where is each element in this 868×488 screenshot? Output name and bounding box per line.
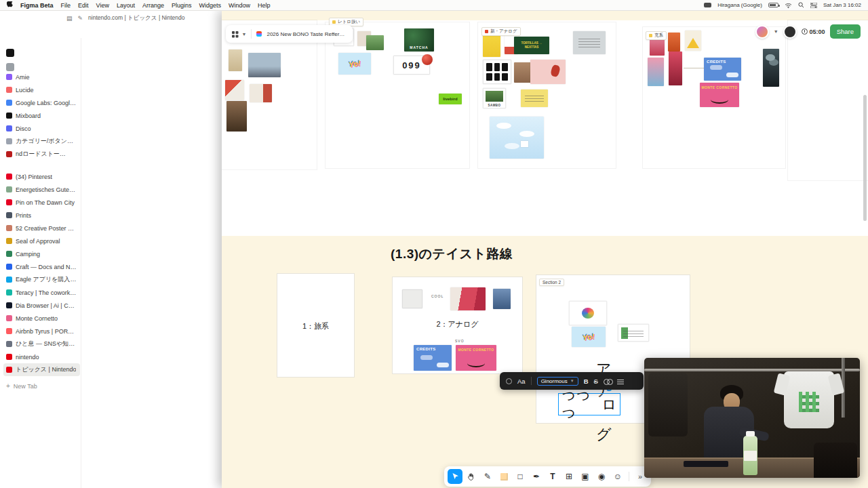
moodboard-image-triangle[interactable]: [685, 30, 701, 51]
menu-item[interactable]: View: [96, 2, 109, 9]
menu-item[interactable]: Window: [229, 2, 250, 9]
sidebar-tab[interactable]: 52 Creative Poster Des…: [3, 222, 80, 235]
compose-icon[interactable]: ✎: [78, 15, 83, 22]
menubar-clock[interactable]: Sat Jan 3 16:02: [823, 2, 861, 8]
control-center-icon[interactable]: [810, 3, 817, 8]
moodboard-image[interactable]: [402, 289, 422, 308]
sidebar-tab[interactable]: Dia Browser | Ai | Chat V…: [3, 299, 80, 312]
sidebar-tab[interactable]: Teracy | The coworking: [3, 286, 80, 299]
sidebar-tab[interactable]: Pin on The Dawn City: [3, 196, 80, 209]
sidebar-tab[interactable]: Camping: [3, 247, 80, 260]
canvas-scrollbar[interactable]: [863, 95, 867, 221]
sidebar-tab[interactable]: Google Labs: Google's: [3, 96, 80, 109]
sidebar-tab[interactable]: (34) Pinterest: [3, 170, 80, 183]
active-app-name[interactable]: Figma Beta: [20, 2, 54, 9]
link-icon[interactable]: [604, 379, 612, 384]
moodboard-image-banana[interactable]: [483, 33, 500, 57]
emoji-tool[interactable]: ☺: [610, 469, 625, 484]
moodboard-image-red-ball[interactable]: [422, 54, 433, 65]
canvas-heading[interactable]: (1.3)のテイスト路線: [391, 245, 513, 263]
marker-tool[interactable]: ✎: [480, 469, 495, 484]
sidebar-toggle-icon[interactable]: ▤: [66, 15, 73, 22]
moodboard-image[interactable]: [229, 49, 242, 71]
share-button[interactable]: Share: [830, 24, 861, 39]
moodboard-image-green-card[interactable]: [618, 324, 649, 342]
font-size-button[interactable]: Aa: [517, 378, 526, 385]
shape-tool[interactable]: □: [513, 469, 528, 484]
collaborator-avatar[interactable]: [755, 25, 769, 39]
chevron-down-icon[interactable]: ▼: [242, 32, 247, 37]
menu-item[interactable]: Help: [258, 2, 271, 9]
sidebar-tab[interactable]: Disco: [3, 122, 80, 135]
sidebar-tab[interactable]: nintendo: [3, 350, 80, 363]
sidebar-tab[interactable]: トピックス | Nintendo: [3, 363, 80, 376]
move-tool[interactable]: [448, 469, 462, 484]
moodboard-image[interactable]: [669, 52, 682, 85]
menu-item[interactable]: Plugins: [172, 2, 192, 9]
taste-card-travel[interactable]: 1：旅系: [277, 273, 355, 378]
hand-tool[interactable]: [464, 469, 479, 484]
vertical-text-char[interactable]: グ: [596, 424, 612, 445]
webcam-overlay[interactable]: [644, 358, 860, 478]
moodboard-image-yo-sticker[interactable]: Yo!: [572, 327, 606, 347]
menu-item[interactable]: Layout: [117, 2, 135, 9]
sidebar-tab[interactable]: ndロードストー…: [3, 148, 80, 161]
pinned-favicon[interactable]: [6, 49, 14, 57]
battery-icon[interactable]: [768, 3, 778, 7]
menu-item[interactable]: Edit: [78, 2, 89, 9]
moodboard-image-tortillas[interactable]: TORTILLAS ↔ NEXTTAS: [514, 37, 549, 54]
moodboard-image-yo-sticker[interactable]: Yo!: [338, 53, 371, 75]
moodboard-image[interactable]: [225, 80, 244, 100]
moodboard-image-dark-cloud[interactable]: [763, 49, 779, 87]
moodboard-image-livebird[interactable]: livebird: [439, 94, 462, 104]
frame-chip-analog[interactable]: 新・アナログ: [481, 27, 521, 36]
menu-item[interactable]: File: [61, 2, 71, 9]
moodboard-image-credits[interactable]: CREDITS: [414, 345, 452, 371]
moodboard-image-matcha[interactable]: MATCHA: [404, 28, 434, 52]
moodboard-image-yellow-card[interactable]: [521, 89, 548, 107]
sidebar-tab[interactable]: Mixboard: [3, 109, 80, 122]
frame-chip-jyuu[interactable]: 充系: [646, 31, 667, 40]
moodboard-image-gray-card[interactable]: [573, 31, 606, 54]
sticky-note-tool[interactable]: [496, 469, 511, 484]
sidebar-tab[interactable]: Lucide: [3, 83, 80, 96]
stamp-tool[interactable]: ◉: [594, 469, 609, 484]
moodboard-image-gradient-poster[interactable]: [648, 58, 664, 86]
apple-menu-icon[interactable]: [7, 1, 13, 9]
moodboard-image-monte[interactable]: MONTE CORNETTO: [700, 83, 739, 107]
presence-timer[interactable]: 05:00: [802, 28, 825, 35]
sidebar-tab[interactable]: Energetisches Gute-La…: [3, 183, 80, 196]
sidebar-tab[interactable]: Monte Cornetto: [3, 312, 80, 325]
sidebar-tab[interactable]: Airbnb Tyrus | PORTO F…: [3, 325, 80, 338]
moodboard-image[interactable]: [493, 289, 511, 309]
moodboard-image[interactable]: [450, 287, 486, 310]
moodboard-frame-right[interactable]: [788, 20, 868, 180]
section-2-chip[interactable]: Section 2: [539, 279, 564, 286]
table-tool[interactable]: ⊞: [561, 469, 576, 484]
menu-item[interactable]: Arrange: [142, 2, 164, 9]
connector-line[interactable]: [684, 68, 704, 68]
moodboard-image[interactable]: [250, 84, 272, 102]
font-family-select[interactable]: Ginormous ▼: [537, 377, 578, 386]
moodboard-image-credits[interactable]: CREDITS: [704, 58, 741, 81]
moodboard-image-blob[interactable]: [569, 301, 607, 325]
text-style-icon[interactable]: [506, 378, 512, 384]
moodboard-image-black-grid[interactable]: [483, 60, 511, 84]
screen-recording-icon[interactable]: [704, 3, 711, 7]
text-selection-box[interactable]: つつつ ロ: [558, 393, 620, 415]
sidebar-tab[interactable]: Amie: [3, 70, 80, 83]
moodboard-image[interactable]: [668, 33, 680, 52]
taste-card-analog[interactable]: COOL 2：アナログ SVO CREDITS MONTE CORNETTO: [392, 277, 523, 374]
menu-item[interactable]: Widgets: [199, 2, 222, 9]
new-tab-button[interactable]: + New Tab: [3, 383, 40, 390]
text-tool[interactable]: T: [545, 469, 560, 484]
bullet-list-icon[interactable]: [617, 378, 624, 384]
spotlight-icon[interactable]: [798, 2, 804, 8]
moodboard-image-sky-illustration[interactable]: [490, 117, 544, 159]
sidebar-tab[interactable]: ひと息 — SNSや知識ガル…: [3, 338, 80, 350]
sidebar-tab[interactable]: Craft — Docs and Note…: [3, 260, 80, 273]
bold-button[interactable]: B: [584, 378, 589, 385]
moodboard-image-monte[interactable]: MONTE CORNETTO: [456, 345, 496, 371]
sidebar-tab[interactable]: Eagle アプリを購入 | Eag…: [3, 273, 80, 286]
wifi-icon[interactable]: [785, 3, 792, 8]
